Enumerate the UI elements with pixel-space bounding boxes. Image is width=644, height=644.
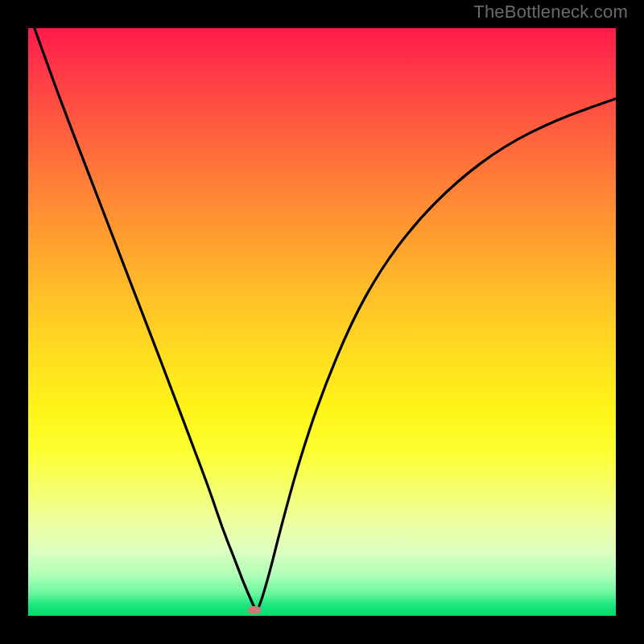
bottleneck-curve bbox=[28, 28, 616, 616]
attribution-label: TheBottleneck.com bbox=[473, 2, 628, 23]
plot-area bbox=[28, 28, 616, 616]
chart-frame: TheBottleneck.com bbox=[0, 0, 644, 644]
optimal-point-marker bbox=[248, 606, 261, 614]
